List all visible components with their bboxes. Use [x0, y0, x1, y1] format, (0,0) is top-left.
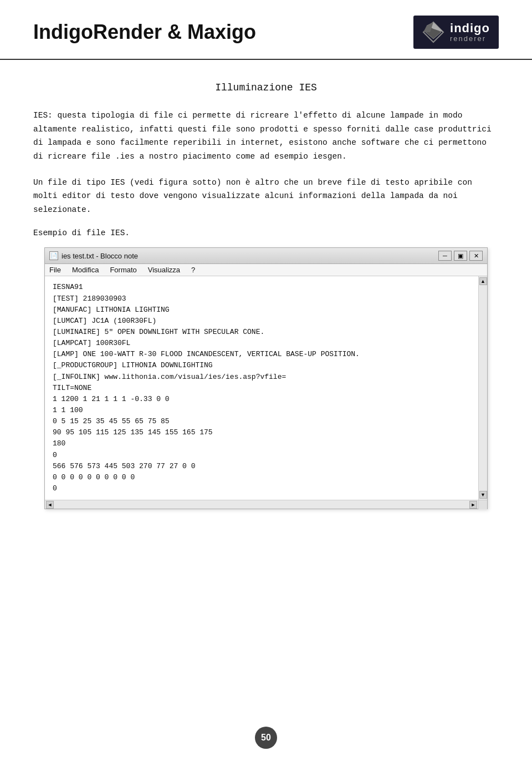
notepad-titlebar: 📄 ies test.txt - Blocco note ─ ▣ ✕ — [45, 248, 487, 264]
menu-visualizza[interactable]: Visualizza — [148, 266, 180, 274]
minimize-button[interactable]: ─ — [438, 251, 452, 261]
scroll-corner — [478, 500, 487, 509]
logo-sub: renderer — [450, 35, 490, 43]
notepad-line: TILT=NONE — [53, 383, 470, 394]
page-number: 50 — [255, 727, 277, 749]
notepad-line: 0 — [53, 450, 470, 461]
menu-help[interactable]: ? — [191, 266, 195, 274]
scroll-left-button[interactable]: ◄ — [46, 501, 54, 509]
notepad-line: 0 — [53, 483, 470, 494]
header: IndigoRender & Maxigo indigo renderer — [0, 0, 532, 60]
logo: indigo renderer — [413, 16, 499, 49]
notepad-line: 1 1200 1 21 1 1 1 -0.33 0 0 — [53, 394, 470, 405]
restore-button[interactable]: ▣ — [454, 251, 467, 261]
notepad-line: 566 576 573 445 503 270 77 27 0 0 — [53, 461, 470, 472]
menu-file[interactable]: File — [49, 266, 61, 274]
example-label: Esempio di file IES. — [33, 229, 499, 237]
page: IndigoRender & Maxigo indigo renderer Il… — [0, 0, 532, 771]
notepad-window-controls: ─ ▣ ✕ — [438, 251, 483, 261]
scroll-down-button[interactable]: ▼ — [479, 491, 487, 499]
notepad-line: [LAMP] ONE 100-WATT R-30 FLOOD INCANDESC… — [53, 349, 470, 360]
paragraph-2: Un file di tipo IES (vedi figura sotto) … — [33, 176, 499, 217]
notepad-line: 180 — [53, 438, 470, 449]
notepad-line: [_PRODUCTGROUP] LITHONIA DOWNLIGHTING — [53, 360, 470, 371]
notepad-line: 0 5 15 25 35 45 55 65 75 85 — [53, 416, 470, 427]
notepad-line: [TEST] 2189030903 — [53, 293, 470, 305]
notepad-file-icon: 📄 — [49, 251, 58, 260]
close-button[interactable]: ✕ — [469, 251, 483, 261]
logo-diamond-icon — [422, 21, 444, 43]
notepad-line: 1 1 100 — [53, 405, 470, 416]
menu-formato[interactable]: Formato — [110, 266, 136, 274]
notepad-line: [_INFOLINK] www.lithonia.com/visual/ies/… — [53, 372, 470, 383]
horizontal-scrollbar[interactable]: ◄ ► — [45, 500, 478, 509]
logo-brand: indigo — [450, 22, 490, 35]
notepad-line: IESNA91 — [53, 282, 470, 293]
vertical-scrollbar[interactable]: ▲ ▼ — [478, 276, 487, 500]
scroll-up-button[interactable]: ▲ — [479, 277, 487, 285]
notepad-menubar: File Modifica Formato Visualizza ? — [45, 264, 487, 276]
notepad-text[interactable]: IESNA91[TEST] 2189030903[MANUFAC] LITHON… — [45, 276, 478, 500]
scroll-right-button[interactable]: ► — [469, 501, 477, 509]
section-title: Illuminazione IES — [33, 82, 499, 93]
notepad-line: [LUMCAT] JC1A (100R30FL) — [53, 316, 470, 327]
notepad-content-area: IESNA91[TEST] 2189030903[MANUFAC] LITHON… — [45, 276, 487, 500]
scroll-track-horizontal — [55, 501, 468, 509]
page-title: IndigoRender & Maxigo — [33, 21, 256, 44]
notepad-line: [MANUFAC] LITHONIA LIGHTING — [53, 305, 470, 316]
notepad-window: 📄 ies test.txt - Blocco note ─ ▣ ✕ File … — [44, 247, 488, 509]
horizontal-scrollbar-area: ◄ ► — [45, 500, 487, 509]
notepad-line: 0 0 0 0 0 0 0 0 0 0 — [53, 472, 470, 483]
notepad-line: [LUMINAIRE] 5" OPEN DOWNLIGHT WITH SPECU… — [53, 327, 470, 338]
menu-modifica[interactable]: Modifica — [72, 266, 99, 274]
logo-text: indigo renderer — [450, 22, 490, 43]
notepad-line: [LAMPCAT] 100R30FL — [53, 338, 470, 349]
content-area: Illuminazione IES IES: questa tipologia … — [0, 60, 532, 531]
paragraph-1: IES: questa tipologia di file ci permett… — [33, 109, 499, 164]
notepad-title: ies test.txt - Blocco note — [62, 252, 138, 260]
notepad-line: 90 95 105 115 125 135 145 155 165 175 — [53, 427, 470, 438]
scroll-track-vertical — [479, 286, 487, 490]
notepad-title-area: 📄 ies test.txt - Blocco note — [49, 251, 138, 260]
